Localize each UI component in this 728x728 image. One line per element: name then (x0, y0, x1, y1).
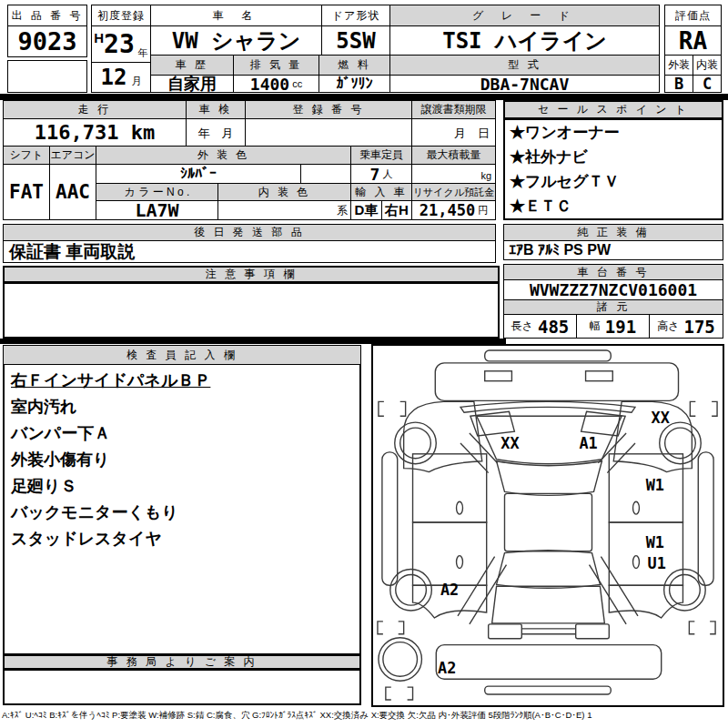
grade-header: グ レ ー ド (389, 5, 660, 26)
door-handle-left-rear (457, 556, 463, 569)
year-unit: 年 (138, 46, 148, 60)
displacement-header: 排 気 量 (233, 55, 319, 76)
cowl-shape (460, 401, 635, 412)
inspector-notes: 右ＦインサイドパネルＢＰ 室内汚れ バンパー下Ａ 外装小傷有り 足廻りＳ バック… (4, 368, 359, 552)
spec-length-cell: 長さ485 (503, 314, 577, 339)
reg-year: 23 (104, 29, 135, 59)
score-value: RA (664, 25, 722, 56)
import-car-header: 輸 入 車 (350, 183, 412, 201)
oem-equipment-value: ｴｱB ｱﾙﾐ PS PW (503, 240, 723, 260)
specs-header: 諸 元 (503, 299, 723, 315)
height-label: 高さ (657, 318, 679, 334)
damage-code-rear-door-right-u: U1 (648, 554, 666, 572)
c-pillar-right-lines (590, 557, 638, 624)
inspector-note-line: スタッドレスタイヤ (4, 526, 359, 552)
taillight-left-shape (489, 624, 522, 639)
inspector-note-line: 右ＦインサイドパネルＢＰ (4, 368, 359, 394)
inspector-header: 検 査 員 記 入 欄 (3, 345, 361, 365)
windshield-shape (497, 461, 602, 496)
front-bumper-shape (485, 350, 612, 361)
door-shape-value: 5SW (321, 25, 390, 56)
displacement-value: 1400cc (233, 75, 319, 93)
max-load-value: kg (411, 164, 496, 184)
displacement-number: 1400 (250, 75, 289, 94)
auction-sheet: 出 品 番 号 9023 初度登録 H23年 12月 車 名 VW シャラン ド… (0, 0, 728, 728)
chassis-number-value: WVWZZZ7NZCV016001 (503, 279, 723, 300)
transfer-deadline-header: 譲渡書類期限 (411, 100, 496, 119)
rear-lower-strip-shape (485, 686, 612, 694)
rear-wheel-right (664, 570, 706, 612)
rear-wheel-left (390, 570, 432, 612)
car-history-value: 自家用 (150, 75, 234, 93)
headlight-left-shape (485, 371, 512, 381)
damage-code-hood-right: A1 (579, 434, 597, 452)
rear-door-right-shape (609, 522, 682, 585)
length-label: 長さ (511, 318, 533, 334)
damage-code-rear-bumper: A2 (438, 659, 456, 677)
sales-point-item: ★ＥＴＣ (505, 194, 722, 218)
sill-left-shape (382, 452, 398, 585)
damage-code-front-door-right: W1 (646, 476, 664, 494)
exterior-color-sub-cell (300, 164, 351, 184)
damage-code-quarter-left: A2 (440, 581, 459, 599)
damage-code-fender-right: XX (652, 409, 670, 427)
exterior-grade-header: 外装 (664, 55, 693, 76)
mirror-bracket-right (690, 401, 717, 416)
displacement-unit: cc (292, 78, 302, 89)
bracket-bottom-left (386, 687, 413, 700)
lot-number-header: 出 品 番 号 (7, 5, 87, 26)
registration-number-value (245, 118, 412, 147)
spec-width-cell: 幅191 (576, 314, 650, 339)
tailgate-shape (492, 586, 605, 623)
grade-value: TSI ハイライン (389, 25, 660, 56)
later-parts-header: 後 日 発 送 部 品 (3, 224, 496, 241)
sales-points-header: セ ー ル ス ポ イ ン ト (503, 100, 723, 119)
inspector-note-line: 足廻りＳ (4, 473, 359, 500)
chassis-number-header: 車 台 番 号 (503, 264, 723, 280)
import-rh-value: 右H (381, 200, 412, 220)
lot-empty-box (7, 60, 87, 93)
headlight-right-shape (586, 371, 613, 381)
month-unit: 月 (131, 75, 141, 88)
recycle-unit: 円 (478, 204, 488, 217)
aircon-header: エアコン (49, 146, 96, 165)
exterior-color-header: 外 装 色 (96, 146, 351, 165)
exterior-color-value: ｼﾙﾊﾞｰ (96, 164, 301, 184)
width-value: 191 (605, 317, 636, 337)
import-d-value: D車 (350, 200, 382, 220)
length-value: 485 (538, 317, 569, 337)
sales-point-item: ★ワンオーナー (505, 120, 722, 145)
front-wheel-right (660, 422, 702, 464)
shift-value: FAT (3, 164, 50, 220)
front-door-left-shape (413, 454, 487, 522)
interior-grade-value: C (693, 75, 722, 93)
fuel-header: 燃 料 (318, 55, 390, 76)
spec-height-cell: 高さ175 (649, 314, 723, 339)
color-no-value: LA7W (96, 200, 218, 220)
c-pillar-left-lines (458, 557, 506, 624)
model-code-value: DBA-7NCAV (389, 75, 660, 93)
quarter-panel-right-shape (609, 585, 682, 618)
inspector-note-line: 室内汚れ (4, 394, 359, 420)
mirror-bracket-left (379, 401, 406, 416)
door-handle-left-front (457, 501, 463, 514)
capacity-header: 乗車定員 (350, 146, 412, 165)
first-registration-month: 12月 (91, 62, 151, 93)
sales-point-item: ★社外ナビ (505, 145, 722, 169)
car-name-value: VW シャラン (150, 25, 322, 56)
width-label: 幅 (590, 318, 601, 334)
office-notice-header: 事 務 局 よ り ご 案 内 (3, 654, 361, 670)
capacity-number: 7 (370, 165, 380, 184)
fuel-value: ｶﾞｿﾘﾝ (318, 75, 390, 93)
front-wheel-left (395, 422, 437, 464)
exterior-grade-value: B (664, 75, 693, 93)
interior-grade-header: 内装 (693, 55, 722, 76)
spare-tire-inner (383, 642, 418, 677)
bracket-rear-right (689, 622, 715, 634)
door-handle-right-front (633, 501, 640, 514)
recycle-deposit-header: リサイクル預託金 (411, 183, 496, 201)
capacity-unit: 人 (382, 167, 392, 181)
recycle-number: 21,450 (420, 201, 475, 219)
rear-window-shape (497, 551, 601, 589)
front-clip-shape (435, 363, 678, 401)
